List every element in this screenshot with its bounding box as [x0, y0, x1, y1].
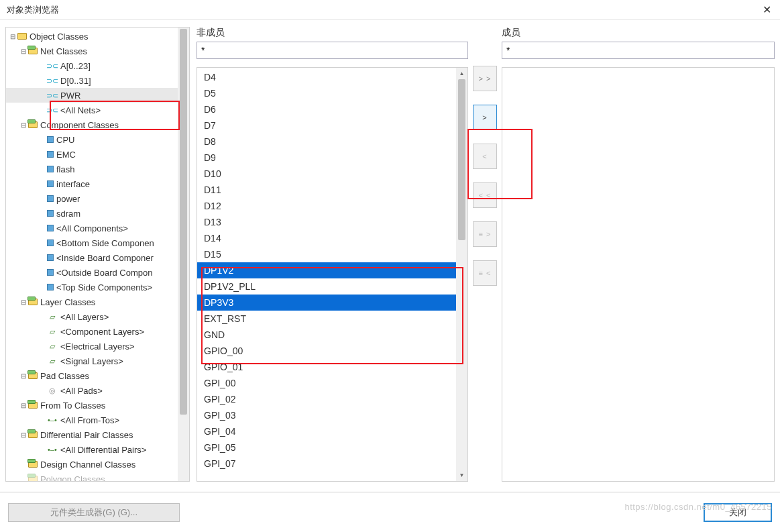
tree-item[interactable]: ·<Bottom Side Componen [6, 235, 178, 250]
component-icon [47, 284, 54, 290]
scroll-up-icon[interactable]: ▲ [456, 68, 467, 79]
list-item[interactable]: GND [197, 327, 456, 343]
list-item[interactable]: D14 [197, 230, 456, 246]
list-item[interactable]: GPI_05 [197, 439, 456, 456]
move-all-right-button[interactable]: > > [473, 66, 497, 91]
tree-root[interactable]: ⊟ Object Classes [6, 29, 178, 44]
move-right-button[interactable]: > [473, 105, 497, 130]
move-left-button[interactable]: < [473, 144, 497, 169]
scrollbar-thumb[interactable] [180, 29, 187, 415]
tree-item[interactable]: ·<Top Side Components> [6, 280, 178, 295]
close-button[interactable]: 关闭 [704, 503, 772, 522]
tree-item[interactable]: ·CPU [6, 132, 178, 147]
tree-item-pwr[interactable]: ·⊃⊂PWR [6, 88, 178, 103]
tree-item[interactable]: ·▱<Electrical Layers> [6, 339, 178, 354]
tree-item[interactable]: ·flash [6, 162, 178, 176]
tree-item[interactable]: ·▱<Component Layers> [6, 324, 178, 339]
list-item[interactable]: D5 [197, 85, 456, 101]
tree-label: Pad Classes [40, 371, 89, 381]
list-item[interactable]: D7 [197, 117, 456, 134]
member-list[interactable] [502, 67, 775, 482]
list-item[interactable]: D4 [197, 69, 456, 85]
tree-item[interactable]: ·•–•<All Differential Pairs> [6, 442, 178, 457]
tree-item[interactable]: ·⊃⊂D[0..31] [6, 73, 178, 88]
list-item[interactable]: GPI_04 [197, 423, 456, 439]
list-item[interactable]: D13 [197, 214, 456, 230]
tree-item[interactable]: ·⊃⊂<All Nets> [6, 103, 178, 117]
tree-item[interactable]: ·EMC [6, 147, 178, 162]
tree-component-classes[interactable]: ⊟ Component Classes [6, 117, 178, 132]
object-classes-tree[interactable]: ⊟ Object Classes ⊟ Net Classes ·⊃⊂A[0..2… [5, 27, 190, 482]
tree-item[interactable]: ·<Outside Board Compon [6, 265, 178, 280]
list-item[interactable]: GPIO_01 [197, 359, 456, 375]
member-filter-input[interactable] [502, 42, 775, 59]
tree-designchannel-classes[interactable]: · Design Channel Classes [6, 457, 178, 472]
tree-item[interactable]: ·◎<All Pads> [6, 383, 178, 398]
layer-icon: ▱ [47, 311, 58, 322]
tree-label: Object Classes [29, 32, 88, 42]
list-item[interactable]: GPI_03 [197, 407, 456, 423]
scroll-down-icon[interactable]: ▼ [456, 470, 467, 481]
list-item[interactable]: D9 [197, 150, 456, 166]
window-title: 对象类浏览器 [7, 4, 59, 16]
tree-label: <Outside Board Compon [56, 268, 152, 278]
special-right-button[interactable]: ≡ > [473, 221, 497, 247]
net-icon: ⊃⊂ [47, 90, 58, 101]
component-icon [47, 240, 54, 246]
move-all-left-button[interactable]: < < [473, 182, 497, 208]
tree-label: <All Layers> [60, 312, 109, 322]
net-icon: ⊃⊂ [47, 60, 58, 71]
tree-item[interactable]: ·power [6, 191, 178, 206]
collapse-icon[interactable]: ⊟ [19, 402, 27, 409]
list-item[interactable]: GPIO_00 [197, 343, 456, 359]
list-scrollbar[interactable]: ▲ ▼ [456, 68, 467, 481]
collapse-icon[interactable]: ⊟ [19, 299, 27, 306]
list-item[interactable]: DP1V2_PLL [197, 278, 456, 295]
tree-polygon-classes[interactable]: · Polygon Classes [6, 472, 178, 481]
collapse-icon[interactable]: ⊟ [19, 372, 27, 380]
list-item[interactable]: D6 [197, 101, 456, 117]
net-icon: ⊃⊂ [47, 75, 58, 86]
tree-net-classes[interactable]: ⊟ Net Classes [6, 44, 178, 58]
list-item[interactable]: GPI_00 [197, 375, 456, 391]
component-icon [47, 225, 54, 231]
nonmember-filter-input[interactable] [197, 42, 468, 59]
tree-item[interactable]: ·<Inside Board Componer [6, 250, 178, 265]
link-icon: •–• [47, 415, 58, 425]
tree-pad-classes[interactable]: ⊟ Pad Classes [6, 368, 178, 383]
tree-label: D[0..31] [60, 76, 91, 86]
tree-item[interactable]: ·<All Components> [6, 221, 178, 235]
component-icon [47, 136, 54, 143]
tree-item[interactable]: ·▱<Signal Layers> [6, 354, 178, 368]
scrollbar-thumb[interactable] [458, 79, 465, 240]
list-item[interactable]: D10 [197, 166, 456, 182]
tree-diffpair-classes[interactable]: ⊟ Differential Pair Classes [6, 427, 178, 442]
collapse-icon[interactable]: ⊟ [19, 431, 27, 439]
collapse-icon[interactable]: ⊟ [19, 48, 27, 55]
list-item[interactable]: DP3V3 [197, 295, 456, 311]
tree-label: <Inside Board Componer [56, 253, 154, 263]
collapse-icon[interactable]: ⊟ [9, 33, 17, 40]
close-icon[interactable]: ✕ [760, 3, 773, 16]
tree-item[interactable]: ·•–•<All From-Tos> [6, 413, 178, 427]
list-item[interactable]: EXT_RST [197, 311, 456, 327]
nonmember-list[interactable]: D4D5D6D7D8D9D10D11D12D13D14D15DP1V2DP1V2… [197, 67, 468, 482]
tree-scrollbar[interactable] [178, 28, 189, 481]
tree-item[interactable]: ·⊃⊂A[0..23] [6, 58, 178, 73]
tree-item[interactable]: ·sdram [6, 206, 178, 221]
list-item[interactable]: DP1V2 [197, 262, 456, 278]
tree-item[interactable]: ·▱<All Layers> [6, 309, 178, 324]
special-left-button[interactable]: ≡ < [473, 260, 497, 286]
list-item[interactable]: D8 [197, 134, 456, 150]
tree-item[interactable]: ·interface [6, 176, 178, 191]
list-item[interactable]: GPI_07 [197, 456, 456, 472]
collapse-icon[interactable]: ⊟ [19, 121, 27, 129]
tree-fromto-classes[interactable]: ⊟ From To Classes [6, 398, 178, 413]
tree-layer-classes[interactable]: ⊟ Layer Classes [6, 295, 178, 309]
list-item[interactable]: GPI_02 [197, 391, 456, 407]
tree-label: <Bottom Side Componen [56, 238, 154, 248]
tree-label: A[0..23] [60, 61, 91, 71]
list-item[interactable]: D12 [197, 198, 456, 214]
list-item[interactable]: D15 [197, 246, 456, 262]
list-item[interactable]: D11 [197, 182, 456, 198]
